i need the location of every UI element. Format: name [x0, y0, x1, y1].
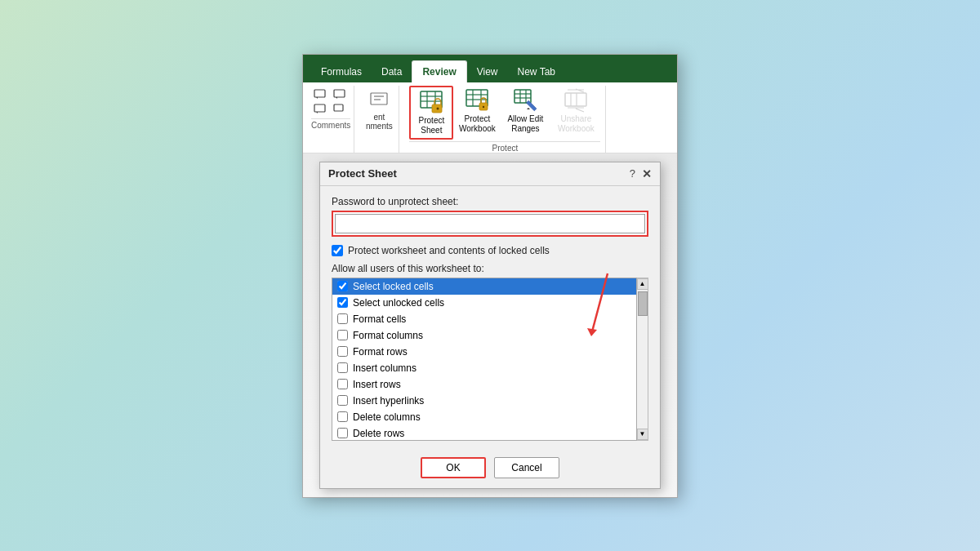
password-section: Password to unprotect sheet: [332, 196, 648, 237]
unshare-icon [563, 88, 589, 114]
scrollbar-up-button[interactable]: ▲ [637, 278, 648, 290]
item-label-delete-rows: Delete rows [353, 428, 404, 439]
list-container: Select locked cells Select unlocked cell… [332, 278, 648, 441]
dialog-area: Protect Sheet ? ✕ Password to unprotect … [303, 153, 677, 497]
list-item-format-rows[interactable]: Format rows [332, 344, 636, 360]
item-label-select-unlocked: Select unlocked cells [353, 297, 444, 309]
item-label-format-rows: Format rows [353, 346, 408, 358]
checkbox-delete-rows[interactable] [337, 428, 348, 438]
list-item-delete-rows[interactable]: Delete rows [332, 425, 636, 441]
tab-review[interactable]: Review [412, 60, 466, 82]
list-item-delete-columns[interactable]: Delete columns [332, 409, 636, 425]
show-comments-icon[interactable] [311, 87, 329, 102]
scrollbar-down-button[interactable]: ▼ [637, 429, 648, 440]
protect-sheet-button[interactable]: Protect Sheet [409, 86, 453, 140]
svg-point-16 [437, 107, 439, 109]
list-item-insert-hyperlinks[interactable]: Insert hyperlinks [332, 393, 636, 409]
allow-list[interactable]: Select locked cells Select unlocked cell… [332, 278, 637, 441]
password-input[interactable] [335, 214, 645, 233]
checkbox-insert-hyperlinks[interactable] [337, 395, 348, 406]
list-item-select-locked[interactable]: Select locked cells [332, 278, 636, 295]
list-item-format-cells[interactable]: Format cells [332, 311, 636, 327]
changes-label-partial: ent [373, 113, 385, 122]
ok-button[interactable]: OK [421, 457, 486, 478]
dialog-footer: OK Cancel [320, 451, 660, 488]
changes-group-partial: ent nments Changes [359, 86, 399, 153]
svg-marker-30 [527, 108, 530, 109]
svg-point-23 [483, 105, 484, 107]
svg-rect-2 [334, 90, 345, 97]
checkbox-format-rows[interactable] [337, 346, 348, 357]
dialog-close-button[interactable]: ✕ [642, 167, 652, 180]
list-scrollbar[interactable]: ▲ ▼ [637, 278, 648, 441]
unshare-label: Unshare Workbook [558, 114, 595, 134]
unshare-workbook-button[interactable]: Unshare Workbook [551, 86, 600, 140]
item-label-insert-columns: Insert columns [353, 362, 416, 374]
comments-icons [311, 87, 350, 102]
comments-icon4[interactable] [331, 102, 349, 117]
protect-section: Protect Sheet [404, 86, 606, 153]
checkbox-insert-columns[interactable] [337, 362, 348, 373]
item-label-insert-hyperlinks: Insert hyperlinks [353, 395, 424, 407]
item-label-delete-columns: Delete columns [353, 411, 421, 423]
svg-rect-7 [371, 93, 387, 104]
item-label-insert-rows: Insert rows [353, 379, 401, 390]
ribbon-tabs: Formulas Data Review View New Tab [303, 55, 677, 82]
checkbox-format-columns[interactable] [337, 330, 348, 340]
svg-rect-6 [334, 104, 343, 111]
protect-worksheet-row: Protect worksheet and contents of locked… [332, 245, 648, 256]
password-input-border [332, 211, 648, 237]
protect-group-label: Protect [409, 141, 600, 153]
dialog-body: Password to unprotect sheet: Protect wor… [320, 186, 660, 451]
comments-icon3[interactable] [311, 102, 329, 117]
allow-edit-ranges-button[interactable]: Allow Edit Ranges [501, 86, 550, 140]
svg-rect-0 [314, 90, 325, 97]
checkbox-insert-rows[interactable] [337, 379, 348, 389]
password-label: Password to unprotect sheet: [332, 196, 648, 207]
checkbox-select-unlocked[interactable] [337, 297, 348, 308]
tab-formulas[interactable]: Formulas [311, 61, 372, 82]
track-changes-icon[interactable] [367, 87, 391, 112]
svg-rect-31 [565, 93, 586, 106]
cancel-button[interactable]: Cancel [494, 457, 559, 478]
tab-view[interactable]: View [467, 61, 508, 82]
excel-window: Formulas Data Review View New Tab [302, 54, 678, 498]
list-item-format-columns[interactable]: Format columns [332, 327, 636, 344]
list-item-insert-columns[interactable]: Insert columns [332, 360, 636, 376]
checkbox-select-locked[interactable] [337, 281, 348, 291]
comments-icon2[interactable] [331, 87, 349, 102]
svg-rect-4 [314, 104, 325, 112]
protect-worksheet-label: Protect worksheet and contents of locked… [348, 245, 550, 256]
dialog-controls: ? ✕ [630, 167, 652, 180]
tab-data[interactable]: Data [372, 61, 412, 82]
protect-workbook-label: Protect Workbook [459, 114, 496, 134]
dialog-titlebar: Protect Sheet ? ✕ [320, 162, 660, 186]
dialog-title: Protect Sheet [328, 167, 397, 180]
item-label-format-cells: Format cells [353, 313, 406, 325]
ribbon: Comments ent nments Changes [303, 82, 677, 153]
ribbon-content: Comments ent nments Changes [303, 82, 677, 153]
item-label-format-columns: Format columns [353, 330, 423, 341]
scrollbar-thumb[interactable] [638, 291, 648, 316]
dialog-help-button[interactable]: ? [630, 167, 635, 180]
allow-all-users-label: Allow all users of this worksheet to: [332, 263, 648, 274]
protect-worksheet-checkbox[interactable] [332, 245, 343, 256]
comments-group-label: Comments [311, 118, 350, 130]
checkbox-format-cells[interactable] [337, 313, 348, 324]
protect-sheet-label: Protect Sheet [419, 116, 445, 136]
changes-label2-partial: nments [366, 122, 393, 131]
protect-workbook-icon [464, 88, 490, 114]
allow-list-wrapper: Select locked cells Select unlocked cell… [332, 278, 648, 441]
list-item-insert-rows[interactable]: Insert rows [332, 376, 636, 393]
allow-edit-label: Allow Edit Ranges [507, 114, 543, 134]
list-item-select-unlocked[interactable]: Select unlocked cells [332, 295, 636, 311]
checkbox-delete-columns[interactable] [337, 411, 348, 422]
protect-buttons: Protect Sheet [409, 86, 600, 140]
protect-sheet-dialog: Protect Sheet ? ✕ Password to unprotect … [319, 162, 661, 489]
protect-sheet-icon [418, 90, 444, 116]
tab-newtab[interactable]: New Tab [508, 61, 565, 82]
protect-workbook-button[interactable]: Protect Workbook [455, 86, 499, 140]
comments-icons2 [311, 102, 350, 117]
comments-group: Comments [308, 86, 354, 153]
allow-edit-icon [512, 88, 538, 114]
